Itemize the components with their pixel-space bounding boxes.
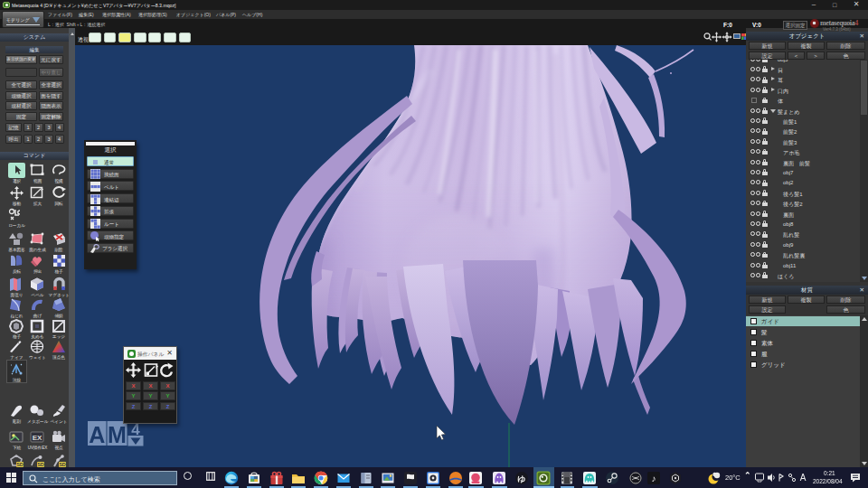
svg-text:M: M	[108, 422, 127, 447]
svg-text:♪: ♪	[652, 474, 656, 483]
svg-text:A: A	[800, 473, 807, 483]
svg-text:ゆ: ゆ	[517, 474, 525, 483]
svg-text:EX: EX	[33, 434, 42, 442]
svg-text:A: A	[89, 422, 105, 447]
